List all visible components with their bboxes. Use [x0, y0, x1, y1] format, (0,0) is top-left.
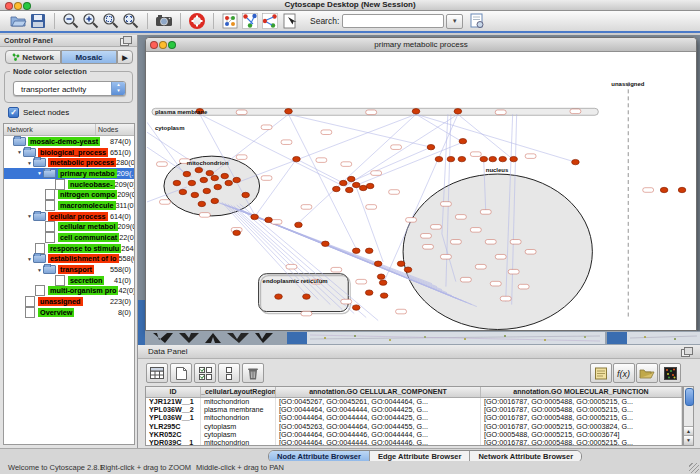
table-row[interactable]: YJR121W__1mitochondrion[GO:0045267, GO:0… [146, 398, 682, 406]
tree-col-nodes[interactable]: Nodes [96, 124, 134, 135]
search-input[interactable] [342, 14, 444, 28]
network-node[interactable] [377, 274, 385, 279]
expand-triangle-icon[interactable]: ▼ [16, 149, 23, 155]
search-options-icon[interactable] [467, 12, 487, 30]
network-node[interactable] [191, 192, 199, 197]
network-node[interactable] [489, 156, 497, 161]
zoom-in-icon[interactable] [81, 12, 101, 30]
network-node[interactable] [211, 198, 219, 203]
open-folder-icon[interactable] [8, 12, 28, 30]
import-attributes-icon[interactable] [636, 363, 658, 383]
network-node[interactable] [295, 222, 303, 227]
tree-row-primary-metabo[interactable]: ▼primary metabo209(... [4, 168, 134, 179]
tree-row-cell-communicat[interactable]: cell communicat22(0) [4, 232, 134, 243]
search-dropdown-button[interactable]: ▼ [446, 14, 463, 29]
network-node[interactable] [379, 280, 387, 285]
table-row[interactable]: YKR052Ccytoplasm[GO:0044464, GO:0044446,… [146, 431, 682, 439]
network-node[interactable] [454, 109, 462, 114]
network-node[interactable] [225, 180, 233, 185]
help-lifesaver-icon[interactable] [187, 12, 207, 30]
table-row[interactable]: YPL036W__1mitochondrion[GO:0044464, GO:0… [146, 414, 682, 422]
network-node[interactable] [412, 109, 420, 114]
network-node[interactable] [427, 144, 435, 149]
network-node[interactable] [660, 187, 668, 192]
network-node[interactable] [447, 156, 455, 161]
attribute-table[interactable]: ID _cellularLayoutRegion annotation.GO C… [145, 386, 683, 446]
network-node[interactable] [195, 167, 203, 172]
tab-overflow-button[interactable]: ▶ [117, 50, 133, 64]
network-node[interactable] [480, 156, 488, 161]
expand-triangle-icon[interactable]: ▼ [26, 160, 33, 166]
tree-row-mosaic-demo-yeast[interactable]: mosaic-demo-yeast874(0) [4, 136, 134, 147]
network-node[interactable] [510, 156, 518, 161]
tree-row-nitrogen-compo[interactable]: nitrogen compo209(0) [4, 189, 134, 200]
network-node[interactable] [242, 192, 250, 197]
attribute-matrix-icon[interactable] [659, 363, 681, 383]
network-node[interactable] [572, 159, 580, 164]
network-node[interactable] [233, 230, 241, 235]
apply-layout-icon[interactable] [240, 12, 260, 30]
zoom-selected-icon[interactable] [101, 12, 121, 30]
zoom-out-icon[interactable] [61, 12, 81, 30]
network-node[interactable] [293, 156, 301, 161]
network-node[interactable] [200, 177, 208, 182]
network-node[interactable] [339, 180, 347, 185]
network-node[interactable] [198, 201, 206, 206]
network-node[interactable] [285, 109, 293, 114]
network-node[interactable] [352, 182, 360, 187]
network-node[interactable] [365, 290, 373, 295]
network-node[interactable] [333, 186, 341, 191]
zoom-fit-icon[interactable] [121, 12, 141, 30]
select-nodes-checkbox[interactable]: ✓ [8, 107, 19, 118]
network-node[interactable] [265, 217, 273, 222]
tree-row-macromolecule[interactable]: macromolecule311(0) [4, 200, 134, 211]
network-node[interactable] [397, 261, 405, 266]
tree-row-secretion[interactable]: secretion41(0) [4, 275, 134, 286]
tree-row-biological-process[interactable]: ▼biological_process651(0) [4, 147, 134, 158]
network-node[interactable] [214, 184, 222, 189]
scrollbar-thumb[interactable] [685, 388, 694, 406]
network-node[interactable] [183, 171, 191, 176]
expand-triangle-icon[interactable]: ▼ [26, 256, 33, 262]
network-node[interactable] [345, 187, 353, 192]
vizmapper-icon[interactable] [220, 12, 240, 30]
node-color-dropdown[interactable]: transporter activity ▲▼ [13, 81, 126, 96]
network-window-titlebar[interactable]: primary metabolic process [146, 38, 696, 52]
tree-row-multi-organism-pro[interactable]: multi-organism pro42(0) [4, 286, 134, 297]
col-cellular-layout-region[interactable]: _cellularLayoutRegion [201, 387, 276, 397]
tree-col-network[interactable]: Network [4, 124, 96, 135]
table-scrollbar[interactable]: ▲ ▼ [683, 386, 694, 446]
function-builder-icon[interactable]: f(x) [613, 363, 635, 383]
apply-layout-alt-icon[interactable] [260, 12, 280, 30]
float-panel-icon[interactable] [120, 38, 129, 46]
table-row[interactable]: YPL036W__2plasma membrane[GO:0044464, GO… [146, 406, 682, 414]
unselect-attributes-icon[interactable] [218, 363, 240, 383]
tree-row-metabolic-process[interactable]: ▼metabolic process280(0) [4, 157, 134, 168]
network-node[interactable] [203, 188, 211, 193]
network-node[interactable] [678, 187, 686, 192]
network-node[interactable] [359, 185, 367, 190]
network-node[interactable] [275, 294, 283, 299]
float-data-panel-icon[interactable] [681, 349, 690, 357]
select-attributes-icon[interactable] [194, 363, 216, 383]
network-node[interactable] [435, 156, 443, 161]
tree-row-establishment-of-lo[interactable]: ▼establishment of lo558(0) [4, 254, 134, 265]
network-node[interactable] [380, 293, 388, 298]
snapshot-camera-icon[interactable] [154, 12, 174, 30]
tree-row-transport[interactable]: ▼transport558(0) [4, 264, 134, 275]
save-icon[interactable] [28, 12, 48, 30]
network-node[interactable] [365, 248, 373, 253]
network-node[interactable] [374, 261, 382, 266]
tree-row-unassigned[interactable]: unassigned223(0) [4, 296, 134, 307]
tab-mosaic[interactable]: Mosaic [61, 50, 117, 64]
network-node[interactable] [211, 175, 219, 180]
attribute-table-icon[interactable] [146, 363, 168, 383]
scroll-down-arrow[interactable]: ▼ [684, 435, 693, 445]
network-node[interactable] [233, 177, 241, 182]
network-node[interactable] [352, 248, 360, 253]
tab-network[interactable]: Network [5, 50, 61, 64]
network-node[interactable] [188, 180, 196, 185]
network-node[interactable] [179, 189, 187, 194]
tree-row-response-to-stimulu[interactable]: response to stimulu264(0) [4, 243, 134, 254]
network-node[interactable] [499, 156, 507, 161]
